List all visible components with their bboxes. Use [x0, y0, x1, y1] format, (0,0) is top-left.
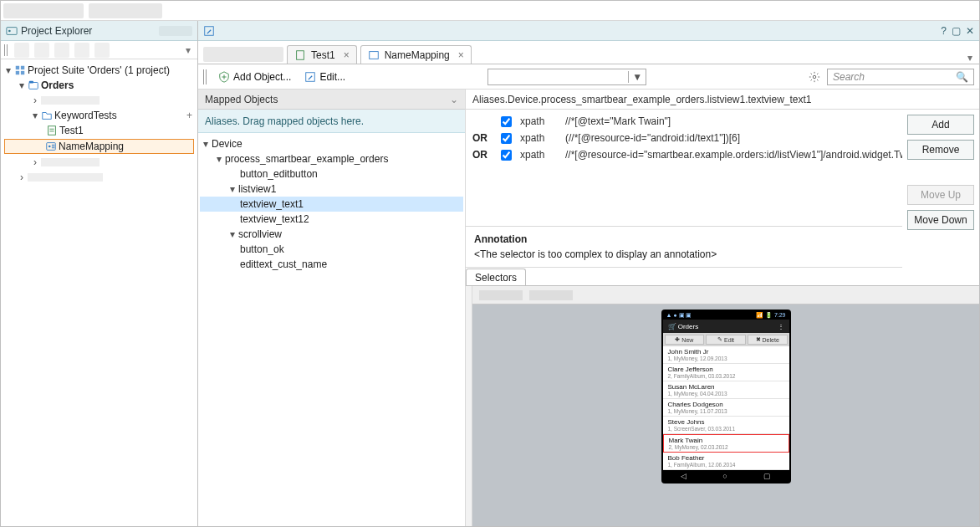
ghost-tab: [89, 3, 162, 18]
map-scrollview[interactable]: scrollview: [238, 228, 282, 240]
phone-list-item[interactable]: Charles Dodgeson1, MyMoney, 11.07.2013: [663, 399, 789, 417]
tree-twisty[interactable]: ▾: [213, 153, 225, 165]
tree-twisty[interactable]: ›: [29, 95, 41, 106]
svg-rect-12: [297, 50, 304, 59]
nav-recent-icon[interactable]: ▢: [763, 472, 771, 480]
tree-item-ghost[interactable]: [28, 173, 103, 182]
phone-edit-button[interactable]: ✎ Edit: [706, 335, 746, 345]
phone-list-item[interactable]: Susan McLaren1, MyMoney, 04.04.2013: [663, 381, 789, 399]
tree-test1[interactable]: Test1: [58, 125, 85, 136]
tree-item-ghost[interactable]: [41, 158, 100, 166]
collapse-icon[interactable]: ⌄: [450, 94, 458, 105]
selector-row[interactable]: ORxpath//*[@resource-id="smartbear.examp…: [466, 146, 902, 163]
tab-namemapping[interactable]: NameMapping×: [360, 45, 472, 64]
tree-twisty[interactable]: ▾: [29, 110, 41, 121]
add-object-icon: [218, 71, 230, 83]
svg-rect-4: [16, 71, 19, 74]
phone-delete-button[interactable]: ✖ Delete: [748, 335, 788, 345]
close-icon[interactable]: ✕: [966, 25, 974, 37]
phone-new-button[interactable]: ✚ New: [665, 335, 705, 345]
nav-back-icon[interactable]: ◁: [681, 472, 687, 480]
selector-checkbox[interactable]: [501, 150, 512, 161]
tab-close-icon[interactable]: ×: [458, 49, 464, 61]
selectors-tab[interactable]: Selectors: [466, 269, 526, 285]
mapped-objects-tree: ▾Device ▾process_smartbear_example_order…: [198, 133, 465, 526]
tree-twisty[interactable]: ▾: [16, 79, 28, 91]
selector-or: OR: [472, 132, 493, 144]
selector-checkbox[interactable]: [501, 133, 512, 144]
svg-point-10: [48, 146, 51, 148]
svg-rect-5: [21, 71, 24, 74]
map-process[interactable]: process_smartbear_example_orders: [225, 153, 388, 165]
tree-twisty[interactable]: ▾: [200, 138, 212, 150]
map-btn-edit[interactable]: button_editbutton: [240, 168, 318, 180]
selector-row[interactable]: xpath//*[@text="Mark Twain"]: [466, 113, 902, 130]
tree-twisty[interactable]: ›: [16, 171, 28, 183]
phone-item-name: Susan McLaren: [668, 383, 784, 391]
filter-combo[interactable]: ▼: [487, 69, 646, 85]
tree-project[interactable]: Orders: [39, 79, 75, 91]
map-device[interactable]: Device: [212, 138, 242, 150]
selector-expr: //*[@text="Mark Twain"]: [565, 115, 902, 127]
toolbar-button[interactable]: [54, 43, 69, 58]
search-input[interactable]: Search 🔍: [827, 69, 974, 85]
tree-twisty[interactable]: ›: [29, 156, 41, 168]
selector-checkbox[interactable]: [501, 116, 512, 127]
phone-item-sub: 2, FamilyAlbum, 03.03.2012: [668, 373, 784, 379]
tree-twisty[interactable]: ▾: [3, 64, 14, 76]
edit-button[interactable]: Edit...: [301, 69, 349, 84]
folder-icon: [41, 110, 53, 121]
move-down-button[interactable]: Move Down: [907, 210, 974, 230]
map-edit-cust[interactable]: edittext_cust_name: [240, 258, 327, 270]
search-icon: 🔍: [956, 71, 968, 83]
svg-rect-6: [29, 83, 38, 90]
project-explorer-header: Project Explorer: [1, 21, 197, 41]
phone-list-item[interactable]: Bob Feather1, FamilyAlbum, 12.06.2014: [663, 453, 789, 470]
toolbar-grip: [4, 44, 9, 56]
toolbar-button[interactable]: [14, 43, 29, 58]
preview-tool-ghost[interactable]: [529, 290, 573, 300]
gear-icon[interactable]: [809, 71, 820, 83]
aliases-drop-hint[interactable]: Aliases. Drag mapped objects here.: [198, 110, 465, 133]
tree-keywordtests[interactable]: KeywordTests: [53, 110, 119, 121]
toolbar-overflow[interactable]: ▾: [186, 44, 194, 56]
editor-tabs: Test1× NameMapping× ▾: [198, 41, 979, 64]
remove-button[interactable]: Remove: [907, 140, 974, 160]
map-textview1[interactable]: textview_text1: [240, 198, 304, 210]
edit-icon[interactable]: [203, 25, 215, 37]
help-icon[interactable]: ?: [941, 25, 947, 37]
edit-label: Edit...: [319, 71, 345, 83]
phone-list-item[interactable]: Mark Twain2, MyMoney, 02.03.2012: [663, 434, 789, 453]
map-btn-ok[interactable]: button_ok: [240, 243, 284, 255]
ghost-tab[interactable]: [203, 47, 283, 62]
map-textview12[interactable]: textview_text12: [240, 213, 309, 225]
editor-header: ? ▢ ✕: [198, 21, 979, 41]
overflow-icon[interactable]: ⋮: [778, 323, 784, 330]
selector-row[interactable]: ORxpath(//*[@resource-id="android:id/tex…: [466, 130, 902, 146]
tree-suite[interactable]: Project Suite 'Orders' (1 project): [26, 64, 171, 76]
tree-twisty[interactable]: ▾: [227, 228, 238, 240]
toolbar-button[interactable]: [94, 43, 110, 58]
toolbar-button[interactable]: [74, 43, 89, 58]
tab-test1[interactable]: Test1×: [287, 45, 357, 64]
toolbar-button[interactable]: [34, 43, 49, 58]
header-ghost: [159, 26, 192, 36]
selector-kind: xpath: [520, 115, 557, 127]
selector-list: xpath//*[@text="Mark Twain"]ORxpath(//*[…: [466, 110, 902, 166]
add-object-label: Add Object...: [233, 71, 291, 83]
phone-list-item[interactable]: John Smith Jr1, MyMoney, 12.09.2013: [663, 346, 789, 364]
tree-namemapping[interactable]: NameMapping: [57, 141, 125, 152]
tabs-overflow[interactable]: ▾: [961, 52, 979, 64]
nav-home-icon[interactable]: ○: [722, 472, 727, 480]
map-listview[interactable]: listview1: [238, 183, 276, 195]
phone-list-item[interactable]: Clare Jefferson2, FamilyAlbum, 03.03.201…: [663, 364, 789, 381]
tree-item-ghost[interactable]: [41, 96, 100, 105]
tree-twisty[interactable]: ▾: [227, 183, 238, 195]
add-button[interactable]: Add: [907, 115, 974, 135]
add-object-button[interactable]: Add Object...: [215, 69, 294, 84]
tab-close-icon[interactable]: ×: [344, 49, 350, 61]
phone-list-item[interactable]: Steve Johns1, ScreenSaver, 03.03.2011: [663, 417, 789, 434]
minimize-icon[interactable]: ▢: [952, 25, 961, 37]
preview-tool-ghost[interactable]: [479, 290, 523, 300]
add-keywordtest-icon[interactable]: +: [186, 110, 196, 121]
